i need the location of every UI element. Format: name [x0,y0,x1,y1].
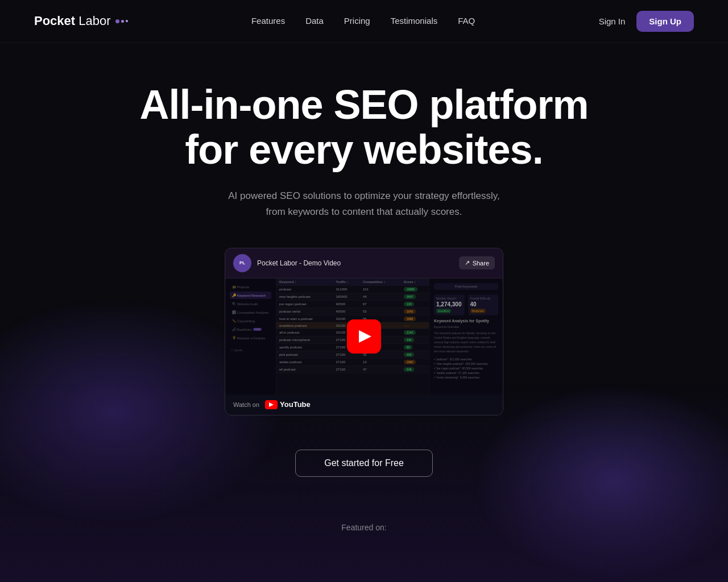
nav-links: Features Data Pricing Testimonials FAQ [251,16,475,26]
nav-features[interactable]: Features [251,16,285,26]
signin-button[interactable]: Sign In [599,16,626,26]
play-button-overlay[interactable] [225,278,503,394]
video-title-area: PL Pocket Labor - Demo Video [233,254,341,272]
demo-video[interactable]: PL Pocket Labor - Demo Video ↗ Share 📁 P… [225,248,503,415]
share-button[interactable]: ↗ Share [459,256,495,269]
share-icon: ↗ [465,259,470,267]
video-header: PL Pocket Labor - Demo Video ↗ Share [225,248,503,278]
nav-actions: Sign In Sign Up [599,11,694,32]
featured-section: Featured on: [0,511,728,555]
video-dashboard: 📁 Projects 🔑 Keyword Research 🔍 Website … [225,278,503,394]
play-triangle-icon [359,330,371,343]
nav-testimonials[interactable]: Testimonials [391,16,438,26]
yt-play-icon [269,402,274,407]
hero-headline: All-in-one SEO platform for every websit… [34,82,694,172]
watch-on-text: Watch on [233,401,259,408]
youtube-logo[interactable]: YouTube [265,400,311,409]
signup-button[interactable]: Sign Up [636,11,694,32]
cta-section: Get started for Free [0,433,728,511]
youtube-icon [265,400,278,409]
youtube-play-button[interactable] [347,319,381,354]
logo[interactable]: Pocket Labor [34,14,128,28]
nav-data[interactable]: Data [305,16,324,26]
video-logo-icon: PL [233,254,251,272]
navigation: Pocket Labor Features Data Pricing Testi… [0,0,728,43]
logo-icon [115,19,128,23]
hero-section: All-in-one SEO platform for every websit… [0,43,728,219]
video-footer: Watch on YouTube [225,394,503,415]
nav-pricing[interactable]: Pricing [344,16,370,26]
hero-subtext: AI powered SEO solutions to optimize you… [205,188,523,219]
nav-faq[interactable]: FAQ [458,16,475,26]
logo-text: Pocket Labor [34,14,111,28]
video-title-text: Pocket Labor - Demo Video [257,259,341,267]
cta-button[interactable]: Get started for Free [295,450,433,477]
featured-label: Featured on: [341,523,386,532]
